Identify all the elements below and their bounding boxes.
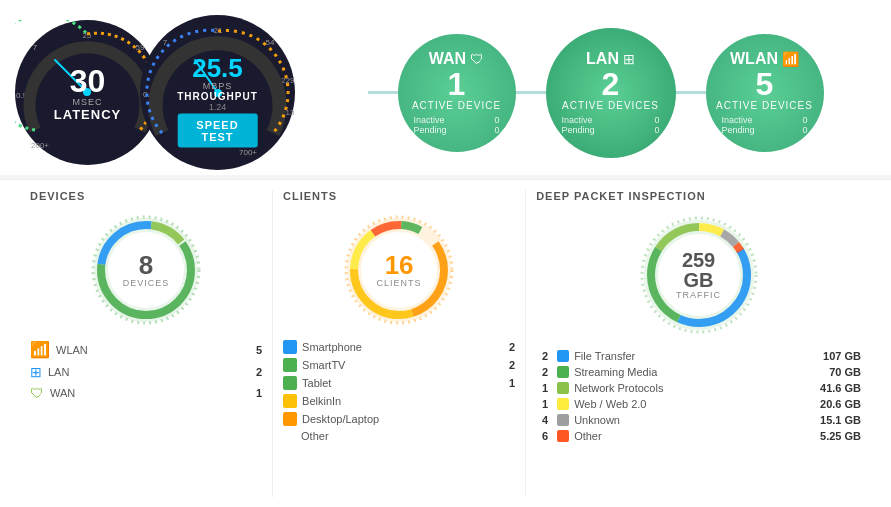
list-item: 4 Unknown 15.1 GB (536, 414, 861, 426)
tablet-icon (283, 376, 297, 390)
lan-pending-label: Pending (562, 125, 595, 135)
clients-donut-area: 16 CLIENTS (283, 210, 515, 330)
wlan-wifi-icon: 📶 (782, 51, 799, 67)
dpi-value: 259 GB (666, 250, 731, 290)
clients-donut: 16 CLIENTS (339, 210, 459, 330)
wan-subtitle: ACTIVE DEVICE (412, 100, 501, 111)
latency-unit: msec (54, 96, 121, 106)
wan-legend-count: 1 (256, 387, 262, 399)
devices-donut-area: 8 DEVICES (30, 210, 262, 330)
throughput-value: 25.5 (177, 54, 258, 80)
wan-legend-label: WAN (50, 387, 75, 399)
list-item: 2 File Transfer 107 GB (536, 350, 861, 362)
dpi-donut: 259 GB TRAFFIC (634, 210, 764, 340)
clients-legend-list: Smartphone 2 SmartTV 2 Tablet 1 BelkinIn (283, 340, 515, 442)
desktop-icon (283, 412, 297, 426)
svg-text:7: 7 (33, 43, 38, 52)
sm-count: 2 (536, 366, 548, 378)
throughput-unit: Mbps (177, 80, 258, 90)
desktop-label: Desktop/Laptop (302, 413, 379, 425)
wlan-pending-row: Pending 0 (714, 125, 816, 135)
np-dot (557, 382, 569, 394)
wan-pending-label: Pending (414, 125, 447, 135)
tablet-label: Tablet (302, 377, 331, 389)
unk-count: 4 (536, 414, 548, 426)
lan-subtitle: ACTIVE DEVICES (562, 100, 659, 111)
devices-panel: DEVICES (20, 190, 273, 497)
wlan-legend-icon: 📶 (30, 340, 50, 359)
unk-size: 15.1 GB (820, 414, 861, 426)
smarttv-count: 2 (509, 359, 515, 371)
devices-donut-center: 8 DEVICES (123, 252, 170, 288)
wlan-inactive-label: Inactive (722, 115, 753, 125)
ft-label: File Transfer (574, 350, 635, 362)
dpi-label: TRAFFIC (666, 290, 731, 300)
devices-legend: 📶 WLAN 5 ⊞ LAN 2 🛡 WAN 1 (30, 340, 262, 401)
unk-label: Unknown (574, 414, 620, 426)
lan-legend-icon: ⊞ (30, 364, 42, 380)
wlan-legend-count: 5 (256, 344, 262, 356)
smartphone-label: Smartphone (302, 341, 362, 353)
clients-label: CLIENTS (377, 278, 422, 288)
dpi-panel: DEEP PACKET INSPECTION (526, 190, 871, 497)
web-size: 20.6 GB (820, 398, 861, 410)
svg-text:54: 54 (266, 38, 275, 47)
oth-count: 6 (536, 430, 548, 442)
wlan-inactive-row: Inactive 0 (714, 115, 816, 125)
belkin-label: BelkinIn (302, 395, 341, 407)
clients-value: 16 (377, 252, 422, 278)
list-item: SmartTV 2 (283, 358, 515, 372)
connector-2 (516, 91, 546, 94)
wlan-pending-label: Pending (722, 125, 755, 135)
wlan-pending-val: 0 (802, 125, 807, 135)
devices-panel-title: DEVICES (30, 190, 262, 202)
wlan-legend-label: WLAN (56, 344, 88, 356)
latency-center: 30 msec LATENCY (54, 64, 121, 121)
throughput-center: 25.5 Mbps THROUGHPUT 1.24 SPEED TEST (177, 54, 258, 147)
connector-1 (368, 91, 398, 94)
np-count: 1 (536, 382, 548, 394)
wan-pending-val: 0 (494, 125, 499, 135)
dpi-donut-center: 259 GB TRAFFIC (666, 250, 731, 300)
lan-legend-label: LAN (48, 366, 69, 378)
speed-test-button[interactable]: SPEED TEST (177, 113, 258, 147)
list-item: 1 Network Protocols 41.6 GB (536, 382, 861, 394)
unk-dot (557, 414, 569, 426)
oth-dot (557, 430, 569, 442)
lan-inactive-val: 0 (654, 115, 659, 125)
ft-dot (557, 350, 569, 362)
list-item: Tablet 1 (283, 376, 515, 390)
sm-label: Streaming Media (574, 366, 657, 378)
lan-legend-count: 2 (256, 366, 262, 378)
lan-pending-row: Pending 0 (554, 125, 668, 135)
tablet-count: 1 (509, 377, 515, 389)
lan-pending-val: 0 (654, 125, 659, 135)
smartphone-icon (283, 340, 297, 354)
dpi-donut-area: 259 GB TRAFFIC (536, 210, 861, 340)
list-item: 6 Other 5.25 GB (536, 430, 861, 442)
sm-size: 70 GB (829, 366, 861, 378)
web-label: Web / Web 2.0 (574, 398, 646, 410)
clients-panel-title: CLIENTS (283, 190, 515, 202)
throughput-label: THROUGHPUT (177, 90, 258, 101)
devices-label: DEVICES (123, 278, 170, 288)
list-item: 2 Streaming Media 70 GB (536, 366, 861, 378)
svg-text:200+: 200+ (31, 141, 49, 150)
list-item: Smartphone 2 (283, 340, 515, 354)
devices-value: 8 (123, 252, 170, 278)
lan-inactive-row: Inactive 0 (554, 115, 668, 125)
latency-label: LATENCY (54, 106, 121, 121)
dpi-legend-list: 2 File Transfer 107 GB 2 Streaming Media… (536, 350, 861, 442)
ft-size: 107 GB (823, 350, 861, 362)
lan-inactive-label: Inactive (562, 115, 593, 125)
network-bubbles: WAN 🛡 1 ACTIVE DEVICE Inactive 0 Pending… (295, 28, 876, 158)
wan-inactive-label: Inactive (414, 115, 445, 125)
wan-inactive-val: 0 (494, 115, 499, 125)
devices-legend-lan: ⊞ LAN 2 (30, 364, 262, 380)
wan-pending-row: Pending 0 (406, 125, 508, 135)
belkin-icon (283, 394, 297, 408)
list-item: Desktop/Laptop (283, 412, 515, 426)
web-count: 1 (536, 398, 548, 410)
np-label: Network Protocols (574, 382, 663, 394)
throughput-sub: 1.24 (177, 101, 258, 111)
